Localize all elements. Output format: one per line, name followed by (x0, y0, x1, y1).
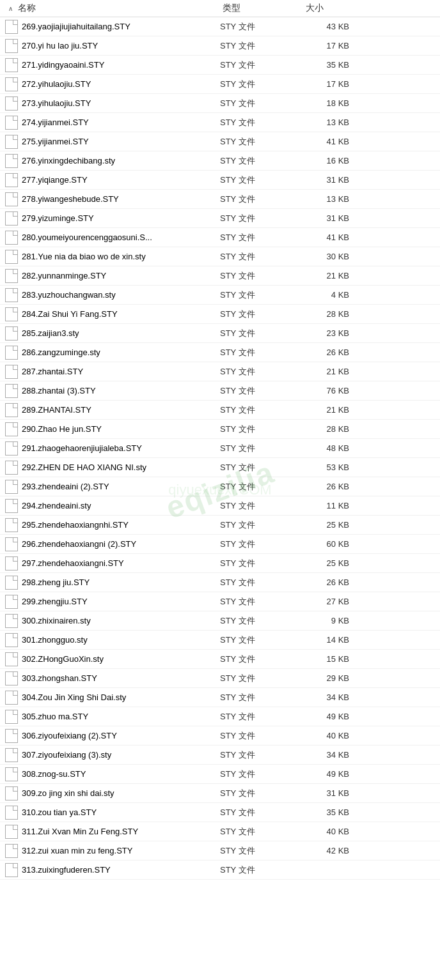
table-row[interactable]: 301.zhongguo.stySTY 文件14 KB (0, 631, 440, 650)
file-type: STY 文件 (220, 385, 303, 397)
table-row[interactable]: 303.zhongshan.STYSTY 文件29 KB (0, 669, 440, 688)
file-size: 26 KB (303, 482, 354, 491)
table-row[interactable]: 300.zhixinairen.stySTY 文件9 KB (0, 611, 440, 631)
table-row[interactable]: 269.yaojiajiujiahuitailang.STYSTY 文件43 K… (0, 17, 440, 36)
file-size: 35 KB (303, 808, 354, 817)
table-row[interactable]: 298.zheng jiu.STYSTY 文件26 KB (0, 573, 440, 592)
table-row[interactable]: 280.youmeiyourencenggaosuni.S...STY 文件41… (0, 228, 440, 247)
file-type: STY 文件 (220, 864, 303, 876)
file-name: 285.zaijian3.sty (22, 328, 220, 338)
table-row[interactable]: 288.zhantai (3).STYSTY 文件76 KB (0, 381, 440, 401)
file-type: STY 文件 (220, 558, 303, 569)
table-row[interactable]: 277.yiqiange.STYSTY 文件31 KB (0, 171, 440, 190)
header-size-col[interactable]: 大小 (306, 3, 370, 14)
table-row[interactable]: 293.zhendeaini (2).STYSTY 文件26 KB (0, 477, 440, 496)
file-icon (5, 786, 18, 800)
file-name: 295.zhendehaoxiangnhi.STY (22, 520, 220, 530)
table-row[interactable]: 313.zuixingfuderen.STYSTY 文件 (0, 861, 440, 880)
table-row[interactable]: 287.zhantai.STYSTY 文件21 KB (0, 362, 440, 381)
table-row[interactable]: 292.ZHEN DE HAO XIANG NI.stySTY 文件53 KB (0, 458, 440, 477)
table-row[interactable]: 305.zhuo ma.STYSTY 文件49 KB (0, 707, 440, 726)
table-row[interactable]: 283.yuzhouchangwan.stySTY 文件4 KB (0, 286, 440, 305)
table-row[interactable]: 294.zhendeaini.stySTY 文件11 KB (0, 496, 440, 516)
table-row[interactable]: 299.zhengjiu.STYSTY 文件27 KB (0, 592, 440, 611)
file-size: 49 KB (303, 769, 354, 779)
table-row[interactable]: 302.ZHongGuoXin.stySTY 文件15 KB (0, 650, 440, 669)
table-row[interactable]: 309.zo jing xin shi dai.stySTY 文件31 KB (0, 784, 440, 803)
file-name: 303.zhongshan.STY (22, 673, 220, 683)
file-type: STY 文件 (220, 117, 303, 128)
file-icon (5, 499, 18, 513)
table-row[interactable]: 272.yihulaojiu.STYSTY 文件17 KB (0, 75, 440, 94)
table-row[interactable]: 295.zhendehaoxiangnhi.STYSTY 文件25 KB (0, 516, 440, 535)
table-row[interactable]: 273.yihulaojiu.STYSTY 文件18 KB (0, 94, 440, 113)
file-icon (5, 748, 18, 762)
table-row[interactable]: 278.yiwangeshebude.STYSTY 文件13 KB (0, 190, 440, 209)
file-size: 27 KB (303, 597, 354, 606)
file-name: 281.Yue nia da biao wo de xin.sty (22, 252, 220, 261)
file-icon (5, 863, 18, 877)
file-type: STY 文件 (220, 155, 303, 167)
file-icon (5, 96, 18, 111)
table-row[interactable]: 275.yijianmei.STYSTY 文件41 KB (0, 132, 440, 151)
table-row[interactable]: 290.Zhao He jun.STYSTY 文件28 KB (0, 420, 440, 439)
file-size: 25 KB (303, 558, 354, 568)
table-row[interactable]: 279.yizuminge.STYSTY 文件31 KB (0, 209, 440, 228)
table-row[interactable]: 296.zhendehaoxiangni (2).STYSTY 文件60 KB (0, 535, 440, 554)
file-size: 40 KB (303, 731, 354, 740)
file-icon (5, 384, 18, 398)
file-icon (5, 729, 18, 743)
table-row[interactable]: 271.yidingyaoaini.STYSTY 文件35 KB (0, 56, 440, 75)
table-row[interactable]: 307.ziyoufeixiang (3).stySTY 文件34 KB (0, 746, 440, 765)
file-name: 308.znog-su.STY (22, 769, 220, 779)
file-name: 311.Zui Xvan Min Zu Feng.STY (22, 827, 220, 836)
table-row[interactable]: 289.ZHANTAI.STYSTY 文件21 KB (0, 401, 440, 420)
file-type: STY 文件 (220, 634, 303, 646)
file-size: 42 KB (303, 846, 354, 855)
table-row[interactable]: 304.Zou Jin Xing Shi Dai.stySTY 文件34 KB (0, 688, 440, 707)
file-name: 271.yidingyaoaini.STY (22, 60, 220, 70)
file-icon (5, 710, 18, 724)
table-row[interactable]: 310.zou tian ya.STYSTY 文件35 KB (0, 803, 440, 822)
file-type: STY 文件 (220, 539, 303, 550)
table-row[interactable]: 291.zhaogehaorenjiujialeba.STYSTY 文件48 K… (0, 439, 440, 458)
table-row[interactable]: 311.Zui Xvan Min Zu Feng.STYSTY 文件40 KB (0, 822, 440, 841)
table-row[interactable]: 276.yinxingdechibang.stySTY 文件16 KB (0, 151, 440, 171)
file-size: 40 KB (303, 827, 354, 836)
file-size: 13 KB (303, 194, 354, 204)
table-row[interactable]: 285.zaijian3.stySTY 文件23 KB (0, 324, 440, 343)
table-row[interactable]: 284.Zai Shui Yi Fang.STYSTY 文件28 KB (0, 305, 440, 324)
table-row[interactable]: 297.zhendehaoxiangni.STYSTY 文件25 KB (0, 554, 440, 573)
file-type: STY 文件 (220, 845, 303, 857)
file-name: 273.yihulaojiu.STY (22, 98, 220, 108)
file-type: STY 文件 (220, 251, 303, 263)
table-row[interactable]: 281.Yue nia da biao wo de xin.stySTY 文件3… (0, 247, 440, 266)
header-type-col[interactable]: 类型 (223, 3, 306, 14)
file-name: 292.ZHEN DE HAO XIANG NI.sty (22, 463, 220, 472)
header-name-col[interactable]: ∧ 名称 (5, 3, 223, 14)
file-type: STY 文件 (220, 347, 303, 358)
file-size: 21 KB (303, 271, 354, 280)
table-row[interactable]: 312.zui xuan min zu feng.STYSTY 文件42 KB (0, 841, 440, 861)
file-list: 269.yaojiajiujiahuitailang.STYSTY 文件43 K… (0, 17, 440, 880)
table-row[interactable]: 306.ziyoufeixiang (2).STYSTY 文件40 KB (0, 726, 440, 746)
file-type: STY 文件 (220, 826, 303, 838)
file-name: 296.zhendehaoxiangni (2).STY (22, 539, 220, 549)
table-row[interactable]: 282.yunnanminge.STYSTY 文件21 KB (0, 266, 440, 286)
file-size: 34 KB (303, 750, 354, 760)
table-row[interactable]: 286.zangzuminge.stySTY 文件26 KB (0, 343, 440, 362)
file-type: STY 文件 (220, 654, 303, 665)
file-size: 41 KB (303, 233, 354, 242)
table-row[interactable]: 308.znog-su.STYSTY 文件49 KB (0, 765, 440, 784)
file-type: STY 文件 (220, 711, 303, 723)
file-size: 16 KB (303, 156, 354, 165)
file-name: 291.zhaogehaorenjiujialeba.STY (22, 443, 220, 453)
file-icon (5, 422, 18, 436)
file-type: STY 文件 (220, 673, 303, 684)
table-row[interactable]: 270.yi hu lao jiu.STYSTY 文件17 KB (0, 36, 440, 56)
file-size: 41 KB (303, 137, 354, 146)
table-row[interactable]: 274.yijianmei.STYSTY 文件13 KB (0, 113, 440, 132)
file-size: 48 KB (303, 443, 354, 453)
file-icon (5, 518, 18, 532)
file-type: STY 文件 (220, 289, 303, 301)
